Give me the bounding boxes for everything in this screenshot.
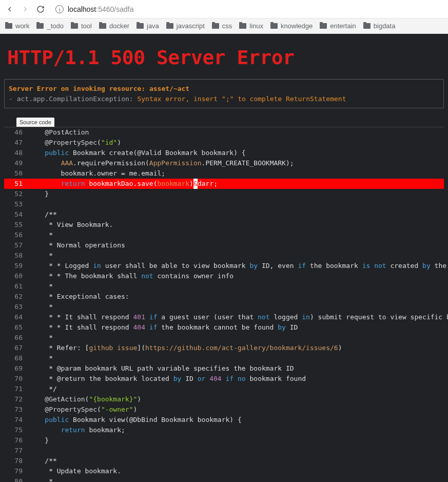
code-row: 54 /** [4,209,444,220]
line-number: 77 [4,446,29,456]
code-row: 64 * * It shall respond 401 if a guest u… [4,312,444,322]
code-row: 48 public Bookmark create(@Valid Bookmar… [4,148,444,158]
line-number: 46 [4,127,29,138]
bookmark-knowledge[interactable]: knowledge [270,22,313,30]
line-number: 55 [4,220,29,230]
browser-toolbar: i localhost:5460/sadfa [0,0,448,18]
error-line-1: Server Error on invoking resource: asset… [9,84,439,94]
code-row: 56 * [4,230,444,240]
code-row: 46 @PostAction [4,127,444,138]
code-row: 58 * [4,250,444,261]
bookmark-tool[interactable]: tool [71,22,92,30]
source-code-view: 46 @PostAction47 @PropertySpec("id")48 p… [4,127,444,482]
source-code-tab[interactable]: Source code [16,118,54,127]
code-row: 80 * [4,476,444,482]
line-number: 52 [4,189,29,199]
code-line: public Bookmark view(@DbBind Bookmark bo… [29,415,444,425]
code-line: return bookmark; [29,425,444,435]
code-row: 61 * [4,281,444,292]
line-number: 80 [4,476,29,482]
line-number: 60 [4,271,29,281]
line-number: 51 [4,179,29,189]
code-line: @PostAction [29,127,444,138]
line-number: 64 [4,312,29,322]
code-row: 71 */ [4,384,444,394]
line-number: 50 [4,168,29,179]
code-line: * [29,333,444,343]
bookmark-label: tool [81,22,92,30]
line-number: 61 [4,281,29,292]
bookmark-_todo[interactable]: _todo [36,22,64,30]
reload-button[interactable] [36,5,45,14]
bookmark-label: _todo [47,22,64,30]
code-row: 60 * * The bookmark shall not contains o… [4,271,444,281]
code-line: AAA.requirePermission(AppPermission.PERM… [29,158,444,168]
line-number: 48 [4,148,29,158]
line-number: 70 [4,374,29,384]
bookmark-label: linux [249,22,263,30]
code-line: * @return the bookmark located by ID or … [29,374,444,384]
line-number: 66 [4,333,29,343]
code-row: 79 * Update bookmark. [4,466,444,476]
line-number: 47 [4,138,29,148]
code-line: * Normal operations [29,240,444,250]
line-number: 71 [4,384,29,394]
code-row: 52 } [4,189,444,199]
line-number: 57 [4,240,29,250]
folder-icon [36,23,44,29]
folder-icon [363,23,371,29]
error-page: HTTP/1.1 500 Server Error Server Error o… [0,34,448,482]
bookmark-work[interactable]: work [5,22,29,30]
code-line: * Update bookmark. [29,466,444,476]
line-number: 76 [4,435,29,446]
address-host: localhost [68,5,96,13]
line-number: 75 [4,425,29,435]
line-number: 56 [4,230,29,240]
bookmark-label: entertain [330,22,356,30]
bookmark-javascript[interactable]: javascript [166,22,205,30]
bookmark-java[interactable]: java [137,22,159,30]
code-line: public Bookmark create(@Valid Bookmark b… [29,148,444,158]
code-line: @GetAction("{bookmark}") [29,394,444,404]
code-row: 72 @GetAction("{bookmark}") [4,394,444,404]
code-line: * [29,230,444,240]
bookmark-label: knowledge [281,22,313,30]
folder-icon [239,23,246,29]
code-line: * * It shall respond 404 if the bookmark… [29,322,444,333]
folder-icon [71,23,78,29]
line-number: 78 [4,456,29,466]
forward-button[interactable] [21,5,30,14]
code-row: 75 return bookmark; [4,425,444,435]
code-line: * * The bookmark shall not contains owne… [29,271,444,281]
folder-icon [137,23,144,29]
bookmark-css[interactable]: css [212,22,232,30]
code-row: 77 [4,446,444,456]
line-number: 54 [4,209,29,220]
line-number: 72 [4,394,29,404]
code-row: 74 public Bookmark view(@DbBind Bookmark… [4,415,444,425]
code-row: 62 * Exceptional cases: [4,292,444,302]
folder-icon [5,23,12,29]
line-number: 74 [4,415,29,425]
code-line [29,446,444,456]
line-number: 69 [4,363,29,374]
code-row: 50 bookmark.owner = me.email; [4,168,444,179]
bookmark-entertain[interactable]: entertain [320,22,356,30]
line-number: 79 [4,466,29,476]
code-line: return bookmarkDao.save(bookmark)&darr; [29,179,444,189]
bookmark-bigdata[interactable]: bigdata [363,22,396,30]
code-row: 70 * @return the bookmark located by ID … [4,374,444,384]
address-bar[interactable]: i localhost:5460/sadfa [51,3,443,16]
bookmark-docker[interactable]: docker [99,22,129,30]
bookmark-linux[interactable]: linux [239,22,263,30]
code-line: @PropertySpec("-owner") [29,404,444,415]
code-row: 65 * * It shall respond 404 if the bookm… [4,322,444,333]
bookmark-label: java [147,22,159,30]
code-row: 47 @PropertySpec("id") [4,138,444,148]
code-line: * * It shall respond 401 if a guest user… [29,312,448,322]
code-row: 53 [4,199,444,209]
line-number: 63 [4,302,29,312]
code-row: 66 * [4,333,444,343]
back-button[interactable] [5,5,14,14]
site-info-icon[interactable]: i [55,5,64,13]
